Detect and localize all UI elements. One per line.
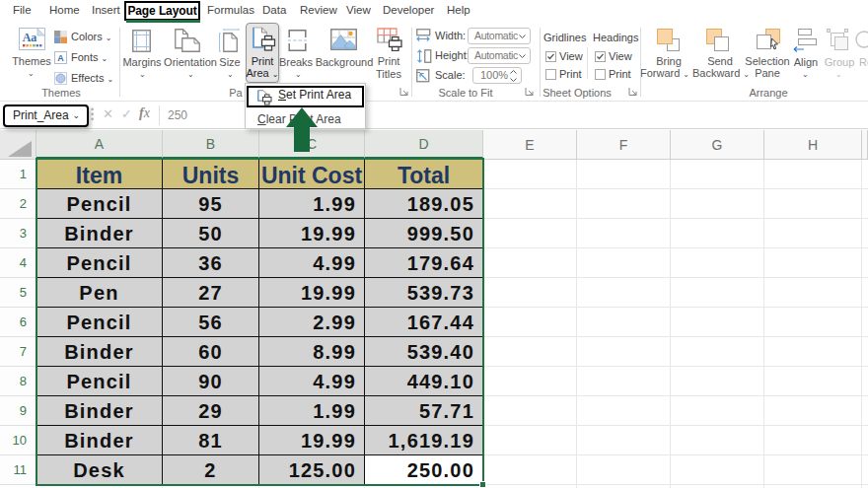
svg-text:A: A	[57, 53, 64, 63]
svg-text:Aa: Aa	[23, 31, 37, 44]
